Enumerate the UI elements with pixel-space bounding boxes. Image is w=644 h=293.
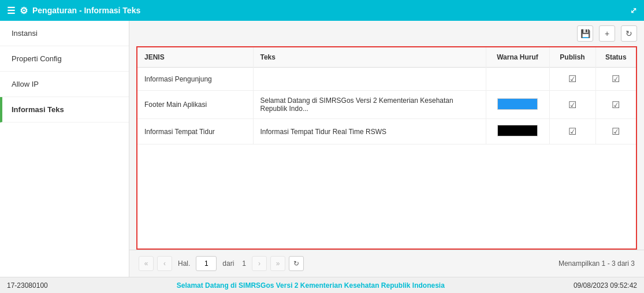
total-pages: 1: [242, 259, 246, 268]
sidebar-item-instansi[interactable]: Instansi: [0, 21, 129, 46]
sidebar: Instansi Properti Config Allow IP Inform…: [0, 21, 129, 277]
pagination: « ‹ Hal. dari 1 › » ↻ Menampilkan 1 - 3 …: [129, 250, 644, 277]
table-row: Footer Main AplikasiSelamat Datang di SI…: [137, 91, 636, 119]
cell-jenis: Informasi Tempat Tidur: [137, 119, 253, 144]
statusbar-time: 09/08/2023 09:52:42: [574, 281, 637, 290]
sidebar-item-informasi-teks[interactable]: Informasi Teks: [0, 97, 129, 123]
pagination-refresh-button[interactable]: ↻: [289, 256, 304, 271]
color-swatch: [497, 125, 538, 136]
data-table: JENIS Teks Warna Huruf Publish Status In…: [137, 47, 636, 144]
col-header-warna: Warna Huruf: [486, 47, 549, 68]
col-header-teks: Teks: [253, 47, 486, 68]
last-page-button[interactable]: »: [270, 256, 285, 271]
cell-publish[interactable]: ☑: [549, 91, 595, 119]
topbar: ☰ ⚙ Pengaturan - Informasi Teks ⤢: [0, 0, 644, 21]
cell-warna: [486, 91, 549, 119]
statusbar-message: Selamat Datang di SIMRSGos Versi 2 Kemen…: [48, 281, 574, 290]
sidebar-item-properti-config[interactable]: Properti Config: [0, 46, 129, 72]
col-header-jenis: JENIS: [137, 47, 253, 68]
topbar-title: Pengaturan - Informasi Teks: [32, 6, 140, 15]
table-header-row: JENIS Teks Warna Huruf Publish Status: [137, 47, 636, 68]
save-button[interactable]: 💾: [577, 25, 593, 42]
cell-status[interactable]: ☑: [595, 119, 636, 144]
next-page-button[interactable]: ›: [252, 256, 267, 271]
cell-teks: Selamat Datang di SIMRSGos Versi 2 Kemen…: [253, 91, 486, 119]
expand-icon[interactable]: ⤢: [630, 6, 637, 15]
add-button[interactable]: +: [599, 25, 615, 42]
of-label: dari: [222, 259, 234, 268]
toolbar: 💾 + ↻: [129, 21, 644, 46]
sidebar-item-allow-ip[interactable]: Allow IP: [0, 72, 129, 97]
cell-status[interactable]: ☑: [595, 91, 636, 119]
content-area: 💾 + ↻ JENIS Teks Warna Huruf Publish Sta…: [129, 21, 644, 277]
cell-publish[interactable]: ☑: [549, 119, 595, 144]
cell-teks: Informasi Tempat Tidur Real Time RSWS: [253, 119, 486, 144]
statusbar-id: 17-23080100: [7, 281, 48, 290]
cell-jenis: Footer Main Aplikasi: [137, 91, 253, 119]
cell-publish[interactable]: ☑: [549, 68, 595, 91]
status-checkbox[interactable]: ☑: [612, 127, 620, 136]
table-row: Informasi Tempat TidurInformasi Tempat T…: [137, 119, 636, 144]
cell-jenis: Informasi Pengunjung: [137, 68, 253, 91]
publish-checkbox[interactable]: ☑: [568, 100, 576, 110]
status-checkbox[interactable]: ☑: [612, 100, 620, 110]
cell-teks: [253, 68, 486, 91]
table-row: Informasi Pengunjung☑☑: [137, 68, 636, 91]
col-header-publish: Publish: [549, 47, 595, 68]
status-checkbox[interactable]: ☑: [612, 74, 620, 84]
refresh-button[interactable]: ↻: [621, 25, 637, 42]
menu-icon[interactable]: ☰: [7, 5, 15, 16]
settings-icon: ⚙: [20, 5, 28, 16]
page-label: Hal.: [178, 259, 190, 268]
page-number-input[interactable]: [196, 256, 217, 271]
cell-warna: [486, 68, 549, 91]
col-header-status: Status: [595, 47, 636, 68]
statusbar: 17-23080100 Selamat Datang di SIMRSGos V…: [0, 277, 644, 293]
main-layout: Instansi Properti Config Allow IP Inform…: [0, 21, 644, 277]
publish-checkbox[interactable]: ☑: [568, 127, 576, 136]
publish-checkbox[interactable]: ☑: [568, 74, 576, 84]
data-table-container: JENIS Teks Warna Huruf Publish Status In…: [136, 46, 637, 250]
page-info: Menampilkan 1 - 3 dari 3: [559, 259, 635, 268]
first-page-button[interactable]: «: [139, 256, 154, 271]
cell-status[interactable]: ☑: [595, 68, 636, 91]
cell-warna: [486, 119, 549, 144]
prev-page-button[interactable]: ‹: [157, 256, 172, 271]
color-swatch: [497, 98, 538, 110]
